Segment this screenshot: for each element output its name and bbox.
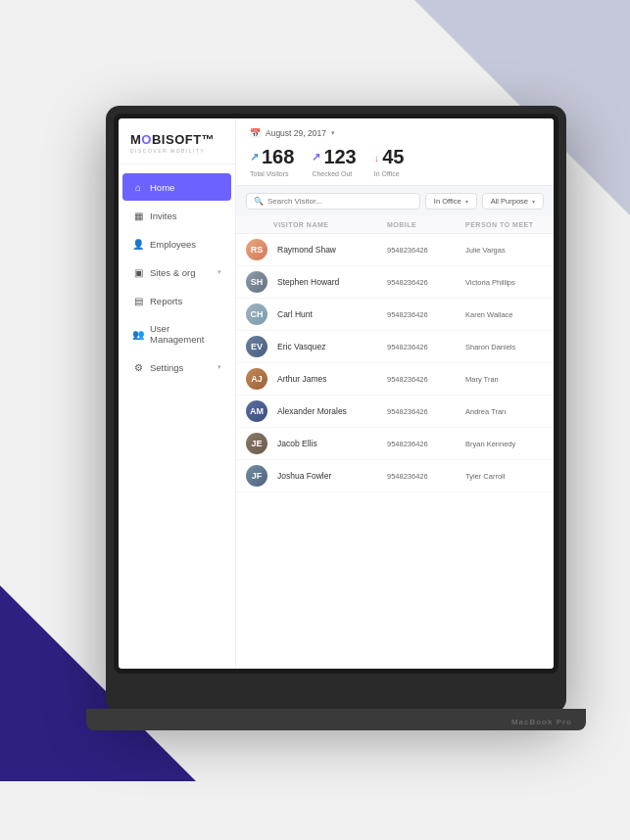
filter-bar: 🔍 In Office ▾ All Purpose ▾ (236, 186, 554, 216)
col-visitor-name: VISITOR NAME (273, 221, 387, 228)
col-mobile: MOBILE (387, 221, 465, 228)
sidebar-item-employees[interactable]: 👤 Employees (122, 230, 231, 257)
laptop-screen-bezel: MOBISOFT™ DISCOVER MOBILITY ⌂ Home ▦ Inv… (114, 114, 558, 674)
stats-row: ↗ 168 Total Visitors ↗ 123 Checked Out (250, 146, 540, 177)
stat-checked-number: 123 (323, 146, 356, 168)
table-body: RS Raymond Shaw 9548236426 Julie Vargas … (236, 234, 554, 492)
sidebar-logo: MOBISOFT™ DISCOVER MOBILITY (119, 118, 235, 164)
logo-text: MOBISOFT™ (130, 132, 225, 147)
stat-total-arrow: ↗ (250, 151, 259, 163)
visitor-name: Alexander Morales (273, 406, 387, 416)
visitor-mobile: 9548236426 (387, 472, 465, 481)
col-person-to-meet: PERSON TO MEET (465, 221, 544, 228)
visitor-name: Carl Hunt (273, 309, 387, 319)
visitor-table: VISITOR NAME MOBILE PERSON TO MEET RS Ra… (236, 216, 554, 669)
sidebar-item-sites-org[interactable]: ▣ Sites & org ▾ (122, 258, 231, 286)
stat-total-value: ↗ 168 (250, 146, 294, 168)
employees-icon: 👤 (132, 238, 144, 250)
stat-in-office: ↓ 45 In Office (374, 146, 405, 177)
sidebar-item-home-label: Home (150, 182, 174, 193)
sidebar-item-invites[interactable]: ▦ Invites (122, 202, 231, 229)
in-office-filter-label: In Office (434, 197, 461, 206)
search-input[interactable] (267, 197, 412, 206)
visitor-avatar: CH (246, 303, 267, 325)
header-date: August 29, 2017 (266, 128, 326, 138)
logo-subtitle: DISCOVER MOBILITY (130, 148, 225, 154)
laptop-shell: MOBISOFT™ DISCOVER MOBILITY ⌂ Home ▦ Inv… (106, 106, 566, 713)
laptop-base: MacBook Pro (86, 709, 586, 730)
visitor-avatar: EV (246, 336, 267, 357)
visitor-name: Joshua Fowler (273, 471, 387, 481)
search-box[interactable]: 🔍 (246, 193, 420, 210)
stat-total-number: 168 (262, 146, 294, 168)
sidebar-item-reports[interactable]: ▤ Reports (122, 287, 231, 314)
table-row[interactable]: CH Carl Hunt 9548236426 Karen Wallace (236, 299, 554, 331)
sidebar: MOBISOFT™ DISCOVER MOBILITY ⌂ Home ▦ Inv… (119, 118, 236, 669)
in-office-chevron-icon: ▾ (465, 198, 468, 205)
stat-office-arrow: ↓ (374, 152, 380, 163)
sidebar-item-settings[interactable]: ⚙ Settings ▾ (122, 353, 231, 381)
visitor-name: Jacob Ellis (273, 439, 387, 448)
visitor-avatar: AM (246, 400, 267, 422)
settings-chevron-icon: ▾ (218, 363, 221, 371)
visitor-person: Tyler Carroll (465, 472, 544, 481)
stat-total-visitors: ↗ 168 Total Visitors (250, 146, 294, 177)
table-row[interactable]: AM Alexander Morales 9548236426 Andrea T… (236, 396, 554, 428)
visitor-mobile: 9548236426 (387, 246, 465, 255)
sidebar-item-sites-org-label: Sites & org (150, 267, 195, 278)
stats-bar: 📅 August 29, 2017 ▾ ↗ 168 Total Visitors (236, 118, 554, 186)
sidebar-item-user-management[interactable]: 👥 User Management (122, 315, 231, 352)
stat-checked-label: Checked Out (312, 170, 356, 177)
col-avatar (246, 221, 273, 228)
table-row[interactable]: JE Jacob Ellis 9548236426 Bryan Kennedy (236, 428, 554, 460)
screen-content: MOBISOFT™ DISCOVER MOBILITY ⌂ Home ▦ Inv… (119, 118, 554, 669)
visitor-person: Victoria Phillips (465, 278, 544, 287)
sites-icon: ▣ (132, 266, 144, 278)
date-row: 📅 August 29, 2017 ▾ (250, 128, 540, 138)
sidebar-item-home[interactable]: ⌂ Home (122, 173, 231, 201)
all-purpose-filter[interactable]: All Purpose ▾ (482, 193, 544, 210)
table-row[interactable]: EV Eric Vasquez 9548236426 Sharon Daniel… (236, 331, 554, 363)
table-row[interactable]: RS Raymond Shaw 9548236426 Julie Vargas (236, 234, 554, 266)
visitor-mobile: 9548236426 (387, 440, 465, 448)
sidebar-nav: ⌂ Home ▦ Invites 👤 Employees (119, 164, 235, 669)
visitor-person: Karen Wallace (465, 310, 544, 319)
visitor-person: Andrea Tran (465, 407, 544, 416)
sidebar-item-invites-label: Invites (150, 210, 176, 221)
stat-checked-out: ↗ 123 Checked Out (312, 146, 356, 177)
macbook-label: MacBook Pro (511, 718, 572, 726)
visitor-avatar: SH (246, 271, 267, 293)
visitor-person: Julie Vargas (465, 246, 544, 255)
settings-icon: ⚙ (132, 361, 144, 373)
visitor-mobile: 9548236426 (387, 343, 465, 351)
invites-icon: ▦ (132, 210, 144, 221)
table-row[interactable]: AJ Arthur James 9548236426 Mary Tran (236, 363, 554, 396)
sidebar-item-reports-label: Reports (150, 296, 182, 306)
stat-checked-arrow: ↗ (312, 151, 320, 163)
visitor-name: Raymond Shaw (273, 245, 387, 255)
sidebar-item-employees-label: Employees (150, 239, 196, 250)
all-purpose-filter-label: All Purpose (491, 197, 528, 206)
visitor-name: Eric Vasquez (273, 342, 387, 351)
reports-icon: ▤ (132, 295, 144, 306)
all-purpose-chevron-icon: ▾ (532, 198, 535, 205)
stat-total-label: Total Visitors (250, 170, 294, 177)
sidebar-item-settings-label: Settings (150, 362, 183, 373)
date-chevron-icon: ▾ (331, 129, 335, 137)
table-row[interactable]: SH Stephen Howard 9548236426 Victoria Ph… (236, 266, 554, 299)
date-icon: 📅 (250, 128, 261, 138)
search-icon: 🔍 (254, 197, 264, 206)
visitor-avatar: JE (246, 433, 267, 454)
visitor-person: Sharon Daniels (465, 343, 544, 351)
stat-office-label: In Office (374, 170, 405, 177)
visitor-person: Bryan Kennedy (465, 440, 544, 448)
home-icon: ⌂ (132, 181, 144, 193)
visitor-name: Stephen Howard (273, 277, 387, 287)
sites-chevron-icon: ▾ (218, 268, 221, 276)
in-office-filter[interactable]: In Office ▾ (425, 193, 477, 210)
visitor-avatar: JF (246, 465, 267, 487)
stat-office-number: 45 (382, 146, 404, 168)
stat-checked-value: ↗ 123 (312, 146, 356, 168)
visitor-mobile: 9548236426 (387, 278, 465, 287)
table-row[interactable]: JF Joshua Fowler 9548236426 Tyler Carrol… (236, 460, 554, 492)
